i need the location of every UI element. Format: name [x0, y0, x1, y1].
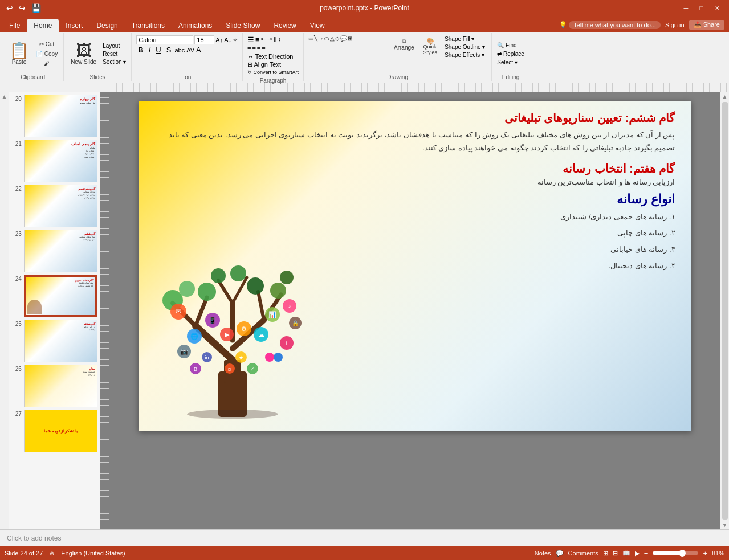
format-painter-btn[interactable]: 🖌 — [34, 59, 60, 68]
align-text-btn[interactable]: ⊞ Align Text — [247, 61, 281, 68]
normal-view-btn[interactable]: ⊞ — [603, 550, 608, 557]
section-btn[interactable]: Section ▾ — [101, 58, 128, 66]
align-left-btn[interactable]: ≡ — [247, 45, 251, 52]
tab-design[interactable]: Design — [89, 19, 124, 32]
step6-title-container[interactable]: گام ششم: تعیین سناریوهای تبلیغاتی — [139, 101, 691, 128]
media-title-container[interactable]: انواع رسانه — [139, 189, 691, 209]
redo-btn[interactable]: ↪ — [17, 3, 27, 13]
underline-btn[interactable]: U — [154, 46, 162, 54]
decrease-font-btn[interactable]: A↓ — [224, 36, 231, 43]
signin-btn[interactable]: Sign in — [665, 22, 685, 28]
scroll-up-arrow[interactable]: ▲ — [2, 93, 7, 100]
tab-home[interactable]: Home — [27, 19, 59, 32]
shape-triangle-btn[interactable]: △ — [330, 35, 335, 42]
shape-effects-btn[interactable]: Shape Effects ▾ — [443, 51, 487, 59]
slide-img-25[interactable]: گام هشتم ارزیابی و کنترلتبلیغات — [24, 320, 97, 362]
justify-btn[interactable]: ≡ — [262, 45, 265, 52]
slide-thumb-20[interactable]: 20 گام چهارم متن اسلاید بیستم — [11, 95, 97, 137]
font-name-input[interactable] — [136, 35, 193, 44]
text-shadow-btn[interactable]: abc — [174, 47, 185, 54]
text-direction-btn[interactable]: ↔ Text Direction — [247, 53, 294, 60]
shape-arrow-btn[interactable]: → — [318, 35, 324, 42]
shape-line-btn[interactable]: ╲ — [314, 35, 317, 42]
shape-callout-btn[interactable]: 💬 — [340, 35, 347, 42]
convert-smartart-btn[interactable]: ↻ Convert to SmartArt — [247, 70, 299, 75]
slide-canvas[interactable]: گام ششم: تعیین سناریوهای تبلیغاتی پس از … — [139, 101, 691, 431]
undo-btn[interactable]: ↩ — [5, 3, 15, 13]
strikethrough-btn[interactable]: S — [165, 46, 173, 54]
align-center-btn[interactable]: ≡ — [252, 45, 255, 52]
share-btn[interactable]: 📤 Share — [689, 20, 724, 30]
tab-insert[interactable]: Insert — [59, 19, 89, 32]
accessibility-icon[interactable]: ⊕ — [50, 550, 54, 557]
tab-animations[interactable]: Animations — [172, 19, 219, 32]
slide-img-27[interactable]: با تشکر از توجه شما — [24, 410, 97, 452]
clear-format-btn[interactable]: ✧ — [233, 36, 238, 44]
slide-img-22[interactable]: گام پنجم: تعیین بودجه تبلیغاتیروش درصد ف… — [24, 185, 97, 227]
right-vscroll[interactable]: ▲ ▼ — [720, 92, 729, 529]
italic-btn[interactable]: I — [147, 46, 153, 54]
paste-btn[interactable]: 📋 Paste — [6, 40, 32, 67]
shape-outline-btn[interactable]: Shape Outline ▾ — [443, 43, 487, 51]
slide-img-23[interactable]: گام ششم سناریوهای تبلیغاتیمتن توضیحات — [24, 230, 97, 272]
slide-thumb-22[interactable]: 22 گام پنجم: تعیین بودجه تبلیغاتیروش درص… — [11, 185, 97, 227]
minimize-btn[interactable]: ─ — [679, 3, 693, 13]
slide-sorter-btn[interactable]: ⊟ — [613, 550, 618, 557]
shape-diamond-btn[interactable]: ◇ — [335, 35, 340, 42]
slide-img-21[interactable]: گام پنجم: اهداف تبلیغاتی- هدف اول- هدف د… — [24, 140, 97, 182]
scroll-thumb[interactable] — [722, 102, 728, 520]
line-spacing-btn[interactable]: ↕ — [278, 35, 282, 44]
zoom-out-btn[interactable]: − — [644, 549, 649, 558]
save-btn[interactable]: 💾 — [30, 3, 43, 13]
step6-body[interactable]: پس از آن که مدیران از بین روش های مختلف … — [139, 128, 691, 160]
increase-indent-btn[interactable]: ⇥ — [267, 35, 272, 44]
columns-btn[interactable]: ⫿ — [274, 35, 277, 44]
zoom-handle[interactable] — [679, 550, 686, 557]
slide-img-20[interactable]: گام چهارم متن اسلاید بیستم — [24, 95, 97, 137]
new-slide-btn[interactable]: 🖼 New Slide — [67, 40, 100, 67]
reset-btn[interactable]: Reset — [101, 50, 128, 58]
tab-view[interactable]: View — [303, 19, 332, 32]
maximize-btn[interactable]: □ — [695, 3, 708, 13]
tab-file[interactable]: File — [2, 19, 27, 32]
close-btn[interactable]: ✕ — [710, 3, 724, 13]
slide-thumb-25[interactable]: 25 گام هشتم ارزیابی و کنترلتبلیغات — [11, 320, 97, 362]
select-btn[interactable]: Select ▾ — [495, 59, 526, 66]
slide-img-24[interactable]: گام ششم: تعیین سناریوهای تبلیغاتیگام هفت… — [24, 275, 97, 317]
step7-title-container[interactable]: گام هفتم: انتخاب رسانه — [139, 160, 691, 178]
shape-oval-btn[interactable]: ⬭ — [324, 35, 329, 42]
shape-more-btn[interactable]: ⊞ — [348, 35, 352, 42]
copy-btn[interactable]: 📄 Copy — [34, 50, 60, 58]
cut-btn[interactable]: ✂ Cut — [34, 40, 60, 48]
slide-thumb-23[interactable]: 23 گام ششم سناریوهای تبلیغاتیمتن توضیحات — [11, 230, 97, 272]
zoom-in-btn[interactable]: + — [703, 549, 707, 558]
shape-rect-btn[interactable]: ▭ — [308, 35, 313, 42]
decrease-indent-btn[interactable]: ⇤ — [261, 35, 266, 44]
scroll-up-btn[interactable]: ▲ — [721, 92, 729, 101]
notes-btn[interactable]: Notes — [535, 550, 551, 557]
find-btn[interactable]: 🔍 Find — [495, 42, 526, 49]
tab-transitions[interactable]: Transitions — [125, 19, 172, 32]
tab-slideshow[interactable]: Slide Show — [219, 19, 267, 32]
left-vscroll[interactable]: ▲ — [0, 92, 9, 529]
font-size-input[interactable] — [194, 35, 214, 44]
tab-review[interactable]: Review — [267, 19, 303, 32]
arrange-btn[interactable]: ⧉ Arrange — [390, 35, 418, 53]
notes-bar[interactable]: Click to add notes — [0, 529, 729, 546]
notes-placeholder[interactable]: Click to add notes — [7, 534, 61, 542]
bullets-btn[interactable]: ☰ — [247, 35, 254, 44]
zoom-slider[interactable] — [653, 551, 698, 555]
font-color-btn[interactable]: A — [196, 46, 201, 54]
window-controls[interactable]: ─ □ ✕ — [679, 3, 724, 13]
numbering-btn[interactable]: ≡ — [255, 35, 260, 44]
reading-view-btn[interactable]: 📖 — [622, 550, 630, 557]
tell-me-input[interactable]: Tell me what you want to do... — [569, 21, 661, 29]
increase-font-btn[interactable]: A↑ — [215, 36, 223, 43]
scroll-down-btn[interactable]: ▼ — [721, 521, 729, 529]
slide-img-26[interactable]: منابع فهرست منابعو مراجع — [24, 365, 97, 407]
comments-label[interactable]: Comments — [568, 550, 598, 557]
layout-btn[interactable]: Layout — [101, 42, 128, 50]
slide-thumb-24[interactable]: 24 گام ششم: تعیین سناریوهای تبلیغاتیگام … — [11, 275, 97, 317]
slide-thumb-26[interactable]: 26 منابع فهرست منابعو مراجع — [11, 365, 97, 407]
slide-thumb-21[interactable]: 21 گام پنجم: اهداف تبلیغاتی- هدف اول- هد… — [11, 140, 97, 182]
